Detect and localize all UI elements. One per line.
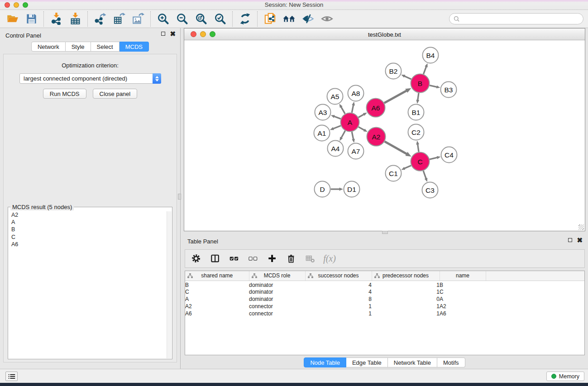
close-panel-icon[interactable]: ✖ bbox=[170, 31, 176, 36]
node-A8[interactable]: A8 bbox=[348, 86, 364, 101]
edge-A-A4[interactable] bbox=[341, 131, 345, 138]
column-header-MCDS-role[interactable]: MCDS role bbox=[249, 271, 305, 281]
node-D1[interactable]: D1 bbox=[344, 181, 360, 197]
result-list-item[interactable]: A bbox=[9, 219, 166, 226]
node-C[interactable]: C bbox=[411, 152, 430, 171]
node-A4[interactable]: A4 bbox=[328, 141, 344, 157]
import-network-button[interactable] bbox=[47, 11, 66, 27]
column-header-predecessor-nodes[interactable]: predecessor nodes bbox=[372, 271, 440, 281]
task-history-button[interactable] bbox=[5, 372, 18, 381]
result-list-item[interactable]: B bbox=[9, 226, 166, 233]
table-row[interactable]: A2connector11A2 bbox=[185, 303, 584, 310]
gear-button[interactable] bbox=[191, 253, 202, 265]
edge-A-A2[interactable] bbox=[359, 127, 364, 130]
run-mcds-button[interactable]: Run MCDS bbox=[43, 89, 86, 99]
column-header-shared-name[interactable]: shared name bbox=[185, 271, 249, 281]
edge-C-C4[interactable] bbox=[430, 157, 437, 159]
edge-C-C3[interactable] bbox=[423, 171, 426, 178]
tab-motifs[interactable]: Motifs bbox=[437, 357, 465, 367]
search-box[interactable] bbox=[449, 13, 583, 24]
float-panel-icon[interactable] bbox=[568, 238, 572, 242]
zoom-fit-button[interactable] bbox=[191, 11, 210, 27]
tab-select[interactable]: Select bbox=[91, 42, 120, 52]
node-A6[interactable]: A6 bbox=[367, 99, 385, 117]
node-D[interactable]: D bbox=[315, 181, 330, 197]
tab-network-table[interactable]: Network Table bbox=[388, 357, 437, 367]
tab-style[interactable]: Style bbox=[66, 42, 91, 52]
save-button[interactable] bbox=[22, 11, 41, 27]
result-list-item[interactable]: C bbox=[9, 234, 166, 241]
edge-A-A3[interactable] bbox=[334, 116, 340, 119]
duplicate-network-button[interactable] bbox=[260, 11, 279, 27]
hide-selected-button[interactable] bbox=[298, 11, 317, 27]
delete-entry-button[interactable] bbox=[286, 253, 297, 265]
criterion-select[interactable]: largest connected component (directed) bbox=[19, 73, 161, 84]
zoom-out-button[interactable] bbox=[172, 11, 191, 27]
result-list-item[interactable]: A6 bbox=[9, 241, 166, 248]
column-header-name[interactable]: name bbox=[440, 271, 486, 281]
tab-network[interactable]: Network bbox=[31, 42, 66, 52]
edge-A-A8[interactable] bbox=[352, 105, 353, 113]
deselect-all-button[interactable] bbox=[248, 253, 259, 265]
horizontal-split-handle[interactable] bbox=[382, 231, 388, 234]
edge-A-A5[interactable] bbox=[341, 107, 345, 114]
refresh-button[interactable] bbox=[235, 11, 254, 27]
node-B1[interactable]: B1 bbox=[408, 105, 424, 120]
result-list-item[interactable]: A2 bbox=[9, 211, 166, 219]
close-panel-icon[interactable]: ✖ bbox=[577, 238, 583, 243]
close-panel-button[interactable]: Close panel bbox=[93, 89, 138, 99]
vertical-split-handle[interactable] bbox=[178, 194, 181, 200]
export-image-button[interactable] bbox=[129, 11, 148, 27]
node-C2[interactable]: C2 bbox=[408, 124, 424, 140]
tab-node-table[interactable]: Node Table bbox=[304, 357, 346, 367]
node-B2[interactable]: B2 bbox=[386, 63, 402, 79]
zoom-selected-button[interactable] bbox=[210, 11, 229, 27]
export-network-button[interactable] bbox=[91, 11, 110, 27]
float-panel-icon[interactable] bbox=[161, 32, 165, 36]
select-all-button[interactable] bbox=[229, 253, 240, 265]
export-table-button[interactable] bbox=[110, 11, 129, 27]
edge-A6-B[interactable] bbox=[384, 91, 406, 103]
search-input[interactable] bbox=[462, 15, 579, 22]
node-A[interactable]: A bbox=[341, 113, 359, 132]
show-all-button[interactable] bbox=[317, 11, 336, 27]
import-table-button[interactable] bbox=[66, 11, 85, 27]
node-A3[interactable]: A3 bbox=[315, 105, 331, 120]
column-header-successor-nodes[interactable]: successor nodes bbox=[305, 271, 372, 281]
edge-A-A6[interactable] bbox=[359, 114, 364, 118]
add-entry-button[interactable] bbox=[267, 253, 278, 265]
node-A7[interactable]: A7 bbox=[348, 143, 364, 159]
node-C1[interactable]: C1 bbox=[386, 166, 402, 181]
node-B[interactable]: B bbox=[411, 74, 430, 93]
edge-C-C1[interactable] bbox=[405, 166, 411, 168]
table-row[interactable]: A6connector11A6 bbox=[185, 310, 584, 317]
edge-A-A1[interactable] bbox=[333, 126, 341, 129]
table-row[interactable]: Bdominator41B bbox=[185, 281, 584, 288]
tab-edge-table[interactable]: Edge Table bbox=[346, 357, 388, 367]
node-C3[interactable]: C3 bbox=[422, 182, 438, 198]
tab-mcds[interactable]: MCDS bbox=[120, 42, 149, 52]
zoom-in-button[interactable] bbox=[153, 11, 172, 27]
node-B4[interactable]: B4 bbox=[423, 48, 439, 63]
network-canvas[interactable]: B4B2BB3A5A8A6B1A3AC2A1A2A4A7CC4C1C3DD1 bbox=[184, 40, 585, 231]
open-folder-button[interactable] bbox=[3, 11, 22, 27]
node-A2[interactable]: A2 bbox=[367, 128, 386, 146]
split-view-button[interactable] bbox=[210, 253, 221, 265]
first-neighbors-button[interactable] bbox=[279, 11, 298, 27]
edge-B-B1[interactable] bbox=[418, 93, 419, 100]
resize-grip[interactable] bbox=[578, 224, 584, 230]
edge-B-B2[interactable] bbox=[405, 76, 411, 79]
result-list-scrollbar[interactable] bbox=[167, 211, 172, 358]
node-A1[interactable]: A1 bbox=[314, 125, 330, 141]
edge-A-A7[interactable] bbox=[352, 132, 353, 139]
edge-B-B3[interactable] bbox=[430, 86, 437, 87]
node-B3[interactable]: B3 bbox=[441, 82, 457, 98]
edge-C-C2[interactable] bbox=[418, 144, 419, 152]
edge-A2-C[interactable] bbox=[385, 142, 407, 154]
memory-button[interactable]: Memory bbox=[546, 372, 584, 381]
edge-B-B4[interactable] bbox=[424, 67, 426, 74]
node-A5[interactable]: A5 bbox=[327, 89, 343, 105]
table-row[interactable]: Adominator80A bbox=[185, 295, 584, 303]
node-C4[interactable]: C4 bbox=[441, 147, 457, 163]
table-row[interactable]: Cdominator41C bbox=[185, 288, 584, 295]
